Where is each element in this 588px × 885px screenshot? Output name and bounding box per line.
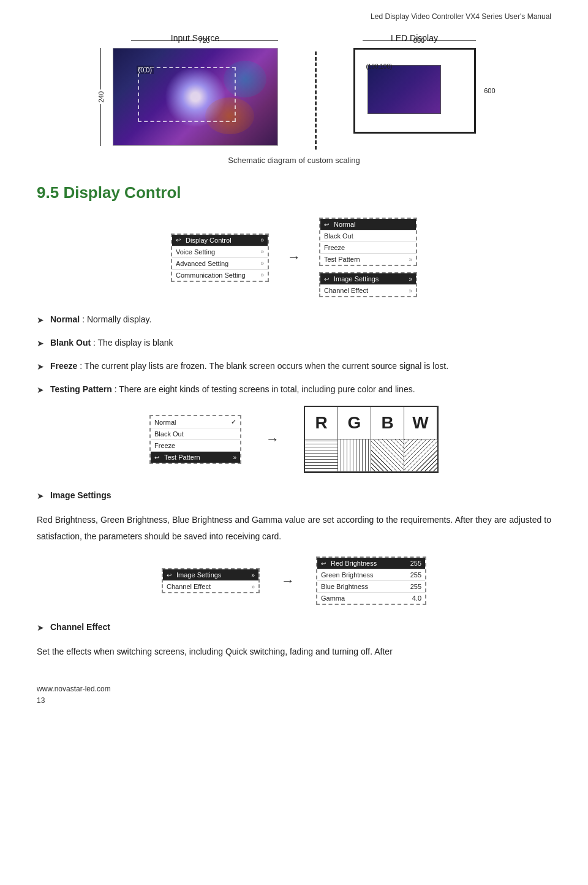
menu-label-image-settings: Image Settings: [334, 275, 379, 283]
section-heading: 9.5 Display Control: [37, 183, 551, 202]
img-menu-item-image-settings: ↩ Image Settings »: [163, 569, 258, 581]
menu-label-channel-effect: Channel Effect: [324, 287, 368, 294]
menu-chevron-voice: »: [260, 248, 264, 255]
bullet-term-blankout: Blank Out: [50, 338, 91, 348]
pattern-cell-lines-diag2: [404, 439, 437, 472]
pattern-grid: R G B W: [304, 406, 439, 473]
brightness-menu-icon: ↩: [321, 560, 326, 567]
led-display-box: LED Display 800 (100,100) 600: [353, 33, 476, 134]
image-settings-heading: Image Settings: [50, 490, 111, 500]
image-settings-diagram: ↩ Image Settings » Channel Effect » → ↩ …: [37, 556, 551, 605]
bullet-desc-testing-pattern: There are eight kinds of testing screens…: [119, 384, 415, 394]
menu-item-image-settings: ↩ Image Settings »: [320, 273, 416, 285]
brightness-label-gamma: Gamma: [321, 594, 345, 602]
main-menu-box: ↩ Display Control » Voice Setting » Adva…: [171, 234, 269, 282]
brightness-label-green: Green Brightness: [321, 571, 374, 579]
page-header: Led Display Video Controller VX4 Series …: [37, 12, 551, 21]
led-height-label: 600: [484, 87, 495, 94]
bullet-freeze: ➤ Freeze : The current play lists are fr…: [37, 359, 551, 373]
bullet-text-channel-effect: Channel Effect: [50, 620, 110, 634]
bullet-arrow-image-settings: ➤: [37, 490, 44, 503]
test-menu-label-normal: Normal: [154, 419, 176, 426]
bullet-text-image-settings: Image Settings: [50, 488, 111, 502]
test-menu-test-pattern: ↩ Test Pattern »: [151, 452, 240, 463]
pattern-cell-r: R: [305, 407, 338, 439]
pattern-cell-b: B: [371, 407, 404, 439]
brightness-item-gamma: Gamma 4.0: [317, 593, 425, 604]
input-width-label: 720: [198, 37, 209, 44]
menu-label-test-pattern: Test Pattern: [324, 256, 360, 263]
image-settings-paragraph: Red Brightness, Green Brightness, Blue B…: [37, 512, 551, 544]
test-menu-freeze: Freeze: [151, 440, 240, 452]
bullet-text-freeze: Freeze : The current play lists are froz…: [50, 359, 448, 373]
test-pattern-diagram: Normal ✓ Black Out Freeze ↩ Test Pattern…: [37, 406, 551, 473]
bullet-normal: ➤ Normal : Normally display.: [37, 313, 551, 327]
submenu-icon: ↩: [324, 221, 329, 228]
footer-page-number: 13: [37, 696, 551, 705]
menu-chevron-advanced: »: [260, 260, 264, 267]
brightness-value-gamma: 4.0: [412, 594, 421, 602]
right-menus: ↩ Normal Black Out Freeze Test Pattern »…: [319, 218, 417, 297]
menu-item-normal: ↩ Normal: [320, 219, 416, 230]
test-menu-blackout: Black Out: [151, 428, 240, 440]
test-menu-icon: ↩: [154, 454, 159, 461]
bullet-text-normal: Normal : Normally display.: [50, 313, 151, 326]
menu-item-test-pattern: Test Pattern »: [320, 254, 416, 265]
menu-label-freeze: Freeze: [324, 244, 345, 251]
bullet-term-testing-pattern: Testing Pattern: [50, 384, 112, 394]
menu-label-advanced-setting: Advanced Setting: [176, 260, 228, 267]
pattern-cell-g: G: [338, 407, 371, 439]
menu-label-blackout: Black Out: [324, 232, 353, 240]
bullet-term-freeze: Freeze: [50, 361, 77, 371]
bullet-list: ➤ Normal : Normally display. ➤ Blank Out…: [37, 313, 551, 397]
input-height-label: 240: [97, 91, 105, 102]
test-menu-label-test-pattern: Test Pattern: [164, 454, 200, 461]
diagram-arrow: →: [287, 249, 301, 265]
menu-item-communication-setting: Communication Setting »: [172, 270, 268, 281]
pattern-cell-lines-v: [338, 439, 371, 472]
bullet-text-blankout: Blank Out : The display is blank: [50, 336, 173, 349]
menu-item-channel-effect: Channel Effect »: [320, 285, 416, 296]
bullet-blankout: ➤ Blank Out : The display is blank: [37, 336, 551, 350]
brightness-item-red: ↩ Red Brightness 255: [317, 558, 425, 569]
input-source-image: (0,0): [113, 48, 278, 146]
bullet-arrow-blankout: ➤: [37, 337, 44, 350]
test-menu-box: Normal ✓ Black Out Freeze ↩ Test Pattern…: [149, 415, 241, 464]
display-submenu-box: ↩ Normal Black Out Freeze Test Pattern »: [319, 218, 417, 266]
channel-effect-heading: Channel Effect: [50, 622, 110, 632]
menu-item-advanced-setting: Advanced Setting »: [172, 258, 268, 270]
image-submenu-box: ↩ Image Settings » Channel Effect »: [319, 272, 417, 297]
brightness-item-blue: Blue Brightness 255: [317, 581, 425, 593]
bullet-term-normal: Normal: [50, 314, 80, 324]
img-settings-arrow: →: [281, 573, 295, 589]
bullet-desc-freeze: The current play lists are frozen. The b…: [85, 361, 448, 371]
bullet-arrow-channel-effect: ➤: [37, 621, 44, 634]
brightness-menu-box: ↩ Red Brightness 255 Green Brightness 25…: [316, 556, 426, 605]
diagram-caption: Schematic diagram of custom scaling: [37, 156, 551, 165]
menu-label-voice-setting: Voice Setting: [176, 248, 215, 256]
pattern-cell-lines-diag1: [371, 439, 404, 472]
bullet-channel-effect: ➤ Channel Effect: [37, 620, 551, 634]
image-settings-chevron: »: [409, 276, 412, 283]
test-menu-label-blackout: Black Out: [154, 430, 184, 438]
menu-chevron-communication: »: [260, 272, 264, 278]
footer-website: www.novastar-led.com: [37, 685, 551, 693]
image-menu-icon: ↩: [324, 276, 329, 283]
menu-chevron: »: [260, 237, 264, 243]
manual-title: Led Display Video Controller VX4 Series …: [371, 12, 551, 21]
img-menu-label-channel-effect: Channel Effect: [167, 583, 211, 590]
menu-item-voice-setting: Voice Setting »: [172, 246, 268, 258]
pattern-cell-lines-h: [305, 439, 338, 472]
img-menu-item-channel-effect: Channel Effect »: [163, 581, 258, 592]
display-control-diagram: ↩ Display Control » Voice Setting » Adva…: [37, 218, 551, 297]
brightness-value-green: 255: [410, 571, 421, 579]
menu-item-blackout: Black Out: [320, 230, 416, 242]
brightness-value-blue: 255: [410, 583, 421, 590]
test-menu-check: ✓: [231, 418, 236, 426]
img-settings-menu-box: ↩ Image Settings » Channel Effect »: [162, 568, 260, 593]
brightness-label-red: Red Brightness: [331, 560, 377, 567]
bullet-testing-pattern: ➤ Testing Pattern : There are eight kind…: [37, 382, 551, 397]
bullet-arrow-testing-pattern: ➤: [37, 384, 44, 397]
menu-icon: ↩: [176, 237, 181, 243]
menu-label-display-control: Display Control: [186, 237, 232, 244]
